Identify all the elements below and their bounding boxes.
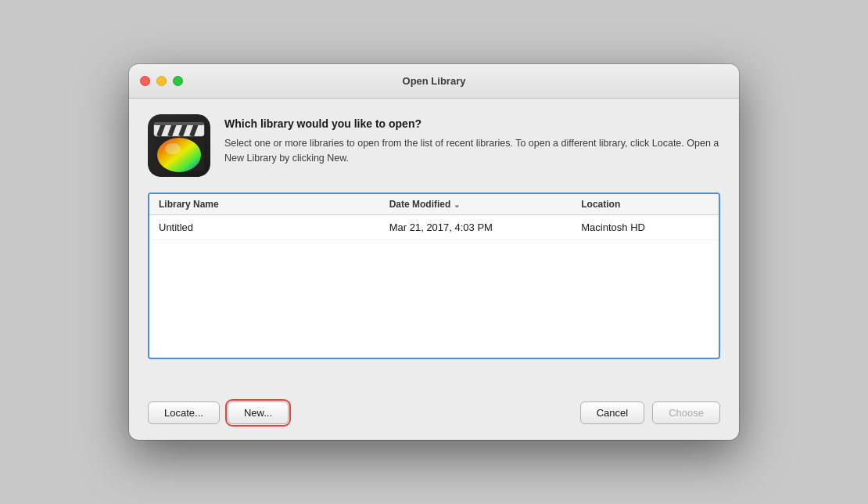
svg-point-2 [157,138,201,172]
footer: Locate... New... Cancel Choose [129,391,739,440]
col-header-name: Library Name [159,199,389,210]
traffic-lights [140,76,183,86]
cell-date-modified: Mar 21, 2017, 4:03 PM [389,221,582,233]
sort-arrow-icon: ⌄ [454,200,460,209]
col-header-location: Location [581,199,709,210]
cell-library-name: Untitled [159,221,389,233]
open-library-dialog: Open Library [129,64,739,440]
minimize-button[interactable] [156,76,167,86]
footer-right-buttons: Cancel Choose [580,401,720,424]
maximize-button[interactable] [173,76,183,86]
header-description: Select one or more libraries to open fro… [224,136,720,166]
new-button[interactable]: New... [228,401,289,424]
header-title: Which library would you like to open? [224,117,720,130]
table-row[interactable]: Untitled Mar 21, 2017, 4:03 PM Macintosh… [149,215,719,240]
choose-button[interactable]: Choose [652,401,720,424]
title-bar: Open Library [129,64,739,99]
col-header-date: Date Modified ⌄ [389,199,582,210]
header-section: Which library would you like to open? Se… [148,114,720,177]
library-table: Library Name Date Modified ⌄ Location Un… [148,193,720,359]
cancel-button[interactable]: Cancel [580,401,644,424]
table-header: Library Name Date Modified ⌄ Location [149,194,719,215]
cell-location: Macintosh HD [581,221,709,233]
dialog-body: Which library would you like to open? Se… [129,99,739,391]
dialog-title: Open Library [403,75,466,87]
svg-point-3 [165,143,181,154]
footer-left-buttons: Locate... New... [148,401,289,424]
close-button[interactable] [140,76,150,86]
locate-button[interactable]: Locate... [148,401,220,424]
app-icon [148,114,210,177]
svg-rect-10 [154,122,204,125]
header-text: Which library would you like to open? Se… [224,114,720,166]
